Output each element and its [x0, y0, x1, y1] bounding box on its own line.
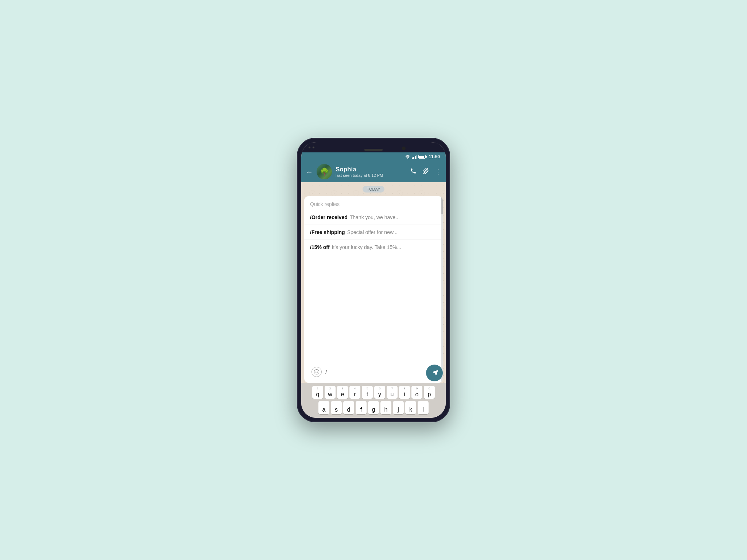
svg-rect-2	[413, 157, 414, 159]
key-a[interactable]: a	[318, 401, 329, 414]
quick-reply-item-1[interactable]: /Order received Thank you, we have...	[304, 210, 443, 225]
key-letter-y: y	[378, 392, 381, 397]
reply-preview-2: Special offer for new...	[347, 229, 398, 235]
send-button[interactable]	[426, 365, 443, 381]
key-w[interactable]: 2 w	[325, 386, 336, 399]
key-number-6: 6	[379, 387, 380, 390]
key-letter-q: q	[316, 392, 320, 397]
key-letter-p: p	[428, 392, 431, 397]
reply-shortcut-2: /Free shipping	[310, 229, 345, 235]
quick-reply-item-3[interactable]: /15% off It's your lucky day. Take 15%..…	[304, 240, 443, 254]
attach-header-icon[interactable]	[422, 168, 429, 176]
key-s[interactable]: s	[331, 401, 342, 414]
key-o[interactable]: 9 o	[411, 386, 422, 399]
sensor-dot-1	[309, 147, 310, 148]
key-l[interactable]: l	[418, 401, 429, 414]
more-options-icon[interactable]: ⋮	[435, 168, 441, 176]
key-letter-t: t	[367, 392, 368, 397]
chat-header: ← Sophia last seen today at 8:12 PM	[301, 161, 446, 182]
scroll-bar[interactable]	[441, 196, 443, 383]
key-number-9: 9	[416, 387, 418, 390]
reply-preview-1: Thank you, we have...	[350, 214, 400, 220]
key-letter-d: d	[347, 407, 351, 413]
key-number-4: 4	[354, 387, 356, 390]
svg-rect-1	[412, 158, 413, 159]
keyboard-row-1: 1 q 2 w 3 e 4 r 5 t	[303, 386, 444, 399]
key-number-0: 0	[429, 387, 430, 390]
reply-shortcut-1: /Order received	[310, 214, 348, 220]
key-letter-f: f	[360, 407, 362, 413]
svg-rect-4	[416, 155, 417, 159]
quick-reply-list: /Order received Thank you, we have... /F…	[304, 210, 443, 362]
key-u[interactable]: 7 u	[387, 386, 398, 399]
svg-point-0	[407, 158, 408, 159]
input-bar: /	[307, 364, 440, 380]
key-q[interactable]: 1 q	[312, 386, 323, 399]
key-letter-k: k	[409, 407, 412, 413]
key-letter-r: r	[354, 392, 356, 397]
status-bar: 11:50	[301, 152, 446, 161]
svg-point-5	[314, 369, 319, 374]
reply-shortcut-3: /15% off	[310, 244, 330, 250]
reply-preview-3: It's your lucky day. Take 15%...	[332, 244, 401, 250]
speaker-grille	[364, 149, 383, 151]
emoji-button[interactable]	[311, 367, 322, 377]
svg-rect-3	[415, 156, 416, 159]
notch-bar	[301, 142, 446, 152]
time-display: 11:50	[429, 154, 440, 159]
key-g[interactable]: g	[368, 401, 379, 414]
contact-status: last seen today at 8:12 PM	[336, 173, 406, 178]
front-camera	[402, 147, 406, 150]
key-h[interactable]: h	[380, 401, 391, 414]
key-letter-s: s	[335, 407, 338, 413]
key-k[interactable]: k	[405, 401, 416, 414]
key-y[interactable]: 6 y	[374, 386, 385, 399]
call-icon[interactable]	[410, 168, 417, 176]
key-number-2: 2	[329, 387, 331, 390]
quick-replies-card: Quick replies /Order received Thank you,…	[304, 196, 443, 383]
battery-icon	[418, 155, 426, 159]
keyboard-row-2: a s d f g h j	[303, 401, 444, 414]
quick-reply-item-2[interactable]: /Free shipping Special offer for new...	[304, 225, 443, 240]
key-i[interactable]: 8 i	[399, 386, 410, 399]
send-icon	[431, 369, 439, 377]
signal-icon	[412, 155, 417, 159]
battery-fill	[419, 156, 424, 158]
sensor-dot-2	[313, 147, 314, 148]
key-number-5: 5	[367, 387, 368, 390]
key-r[interactable]: 4 r	[349, 386, 360, 399]
key-letter-l: l	[422, 407, 424, 413]
key-j[interactable]: j	[393, 401, 404, 414]
keyboard: 1 q 2 w 3 e 4 r 5 t	[301, 383, 446, 418]
message-input[interactable]: /	[325, 369, 425, 375]
status-icons: 11:50	[405, 154, 440, 159]
contact-avatar[interactable]	[317, 164, 332, 179]
scroll-thumb	[441, 196, 443, 214]
notch-sensors	[309, 147, 314, 148]
key-letter-o: o	[415, 392, 419, 397]
key-letter-e: e	[341, 392, 344, 397]
contact-info[interactable]: Sophia last seen today at 8:12 PM	[336, 166, 406, 178]
key-t[interactable]: 5 t	[362, 386, 373, 399]
back-button[interactable]: ←	[306, 168, 313, 176]
key-d[interactable]: d	[343, 401, 354, 414]
key-p[interactable]: 0 p	[424, 386, 435, 399]
key-e[interactable]: 3 e	[337, 386, 348, 399]
quick-replies-header: Quick replies	[304, 196, 443, 210]
key-letter-g: g	[372, 407, 375, 413]
avatar-image	[317, 164, 332, 179]
key-number-1: 1	[317, 387, 318, 390]
key-f[interactable]: f	[356, 401, 367, 414]
key-letter-a: a	[322, 407, 326, 413]
phone-device: 11:50 ← Sophia last seen today at 8:12 P…	[297, 138, 450, 422]
key-letter-j: j	[398, 407, 399, 413]
chat-area: TODAY Quick replies /Order received Than…	[301, 182, 446, 383]
key-number-7: 7	[391, 387, 393, 390]
key-letter-h: h	[384, 407, 388, 413]
phone-screen: 11:50 ← Sophia last seen today at 8:12 P…	[301, 142, 446, 418]
key-number-8: 8	[404, 387, 405, 390]
header-icons: ⋮	[410, 168, 441, 176]
date-badge-container: TODAY	[301, 182, 446, 196]
wifi-icon	[405, 155, 410, 159]
key-letter-w: w	[328, 392, 332, 397]
